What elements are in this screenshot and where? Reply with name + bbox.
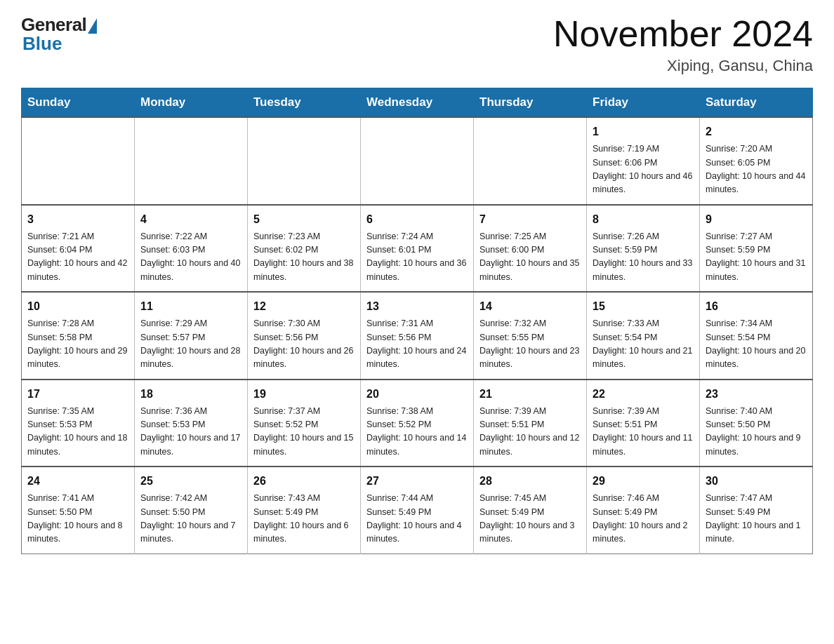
cell-info: Sunrise: 7:38 AMSunset: 5:52 PMDaylight:…	[366, 405, 468, 459]
weekday-header-saturday: Saturday	[700, 88, 813, 118]
day-number: 16	[706, 298, 807, 315]
cell-info: Sunrise: 7:45 AMSunset: 5:49 PMDaylight:…	[479, 492, 581, 546]
day-number: 17	[27, 386, 128, 403]
day-number: 3	[27, 211, 128, 228]
day-cell: 24Sunrise: 7:41 AMSunset: 5:50 PMDayligh…	[22, 467, 135, 554]
day-number: 23	[706, 386, 807, 403]
weekday-header-wednesday: Wednesday	[361, 88, 474, 118]
day-number: 28	[479, 473, 581, 490]
day-cell: 12Sunrise: 7:30 AMSunset: 5:56 PMDayligh…	[248, 292, 361, 380]
cell-info: Sunrise: 7:33 AMSunset: 5:54 PMDaylight:…	[593, 317, 694, 372]
day-cell: 9Sunrise: 7:27 AMSunset: 5:59 PMDaylight…	[700, 205, 813, 293]
cell-info: Sunrise: 7:37 AMSunset: 5:52 PMDaylight:…	[253, 405, 355, 459]
calendar-table: SundayMondayTuesdayWednesdayThursdayFrid…	[21, 88, 813, 554]
cell-info: Sunrise: 7:46 AMSunset: 5:49 PMDaylight:…	[593, 492, 694, 546]
cell-info: Sunrise: 7:30 AMSunset: 5:56 PMDaylight:…	[253, 317, 355, 372]
cell-info: Sunrise: 7:39 AMSunset: 5:51 PMDaylight:…	[479, 405, 581, 459]
cell-info: Sunrise: 7:43 AMSunset: 5:49 PMDaylight:…	[253, 492, 355, 546]
cell-info: Sunrise: 7:26 AMSunset: 5:59 PMDaylight:…	[593, 230, 694, 285]
day-number: 9	[706, 211, 807, 228]
week-row-1: 1Sunrise: 7:19 AMSunset: 6:06 PMDaylight…	[22, 117, 813, 205]
cell-info: Sunrise: 7:19 AMSunset: 6:06 PMDaylight:…	[593, 142, 694, 197]
logo-blue-text: Blue	[22, 33, 62, 55]
day-number: 5	[253, 211, 355, 228]
day-cell: 22Sunrise: 7:39 AMSunset: 5:51 PMDayligh…	[587, 380, 700, 467]
cell-info: Sunrise: 7:25 AMSunset: 6:00 PMDaylight:…	[479, 230, 581, 285]
day-number: 13	[366, 298, 468, 315]
day-cell: 21Sunrise: 7:39 AMSunset: 5:51 PMDayligh…	[474, 380, 587, 467]
day-cell: 4Sunrise: 7:22 AMSunset: 6:03 PMDaylight…	[135, 205, 248, 293]
cell-info: Sunrise: 7:32 AMSunset: 5:55 PMDaylight:…	[479, 317, 581, 372]
weekday-header-tuesday: Tuesday	[248, 88, 361, 118]
calendar-body: 1Sunrise: 7:19 AMSunset: 6:06 PMDaylight…	[22, 117, 813, 554]
day-cell: 28Sunrise: 7:45 AMSunset: 5:49 PMDayligh…	[474, 467, 587, 554]
day-cell: 30Sunrise: 7:47 AMSunset: 5:49 PMDayligh…	[700, 467, 813, 554]
day-cell: 27Sunrise: 7:44 AMSunset: 5:49 PMDayligh…	[361, 467, 474, 554]
weekday-header-friday: Friday	[587, 88, 700, 118]
day-number: 24	[27, 473, 128, 490]
day-number: 14	[479, 298, 581, 315]
day-number: 29	[593, 473, 694, 490]
day-number: 12	[253, 298, 355, 315]
cell-info: Sunrise: 7:31 AMSunset: 5:56 PMDaylight:…	[366, 317, 468, 372]
logo: General Blue	[21, 14, 97, 55]
day-number: 22	[593, 386, 694, 403]
day-cell: 15Sunrise: 7:33 AMSunset: 5:54 PMDayligh…	[587, 292, 700, 380]
cell-info: Sunrise: 7:36 AMSunset: 5:53 PMDaylight:…	[140, 405, 241, 459]
day-number: 19	[253, 386, 355, 403]
day-cell: 19Sunrise: 7:37 AMSunset: 5:52 PMDayligh…	[248, 380, 361, 467]
cell-info: Sunrise: 7:24 AMSunset: 6:01 PMDaylight:…	[366, 230, 468, 285]
day-cell	[22, 117, 135, 205]
day-number: 11	[140, 298, 241, 315]
day-number: 1	[593, 123, 694, 140]
day-cell: 7Sunrise: 7:25 AMSunset: 6:00 PMDaylight…	[474, 205, 587, 293]
week-row-3: 10Sunrise: 7:28 AMSunset: 5:58 PMDayligh…	[22, 292, 813, 380]
day-cell: 29Sunrise: 7:46 AMSunset: 5:49 PMDayligh…	[587, 467, 700, 554]
week-row-2: 3Sunrise: 7:21 AMSunset: 6:04 PMDaylight…	[22, 205, 813, 293]
day-cell: 11Sunrise: 7:29 AMSunset: 5:57 PMDayligh…	[135, 292, 248, 380]
day-cell: 1Sunrise: 7:19 AMSunset: 6:06 PMDaylight…	[587, 117, 700, 205]
day-number: 6	[366, 211, 468, 228]
week-row-4: 17Sunrise: 7:35 AMSunset: 5:53 PMDayligh…	[22, 380, 813, 467]
title-area: November 2024 Xiping, Gansu, China	[553, 14, 813, 75]
day-cell: 18Sunrise: 7:36 AMSunset: 5:53 PMDayligh…	[135, 380, 248, 467]
day-number: 18	[140, 386, 241, 403]
day-cell: 16Sunrise: 7:34 AMSunset: 5:54 PMDayligh…	[700, 292, 813, 380]
cell-info: Sunrise: 7:35 AMSunset: 5:53 PMDaylight:…	[27, 405, 128, 459]
day-cell	[361, 117, 474, 205]
week-row-5: 24Sunrise: 7:41 AMSunset: 5:50 PMDayligh…	[22, 467, 813, 554]
cell-info: Sunrise: 7:41 AMSunset: 5:50 PMDaylight:…	[27, 492, 128, 546]
day-number: 25	[140, 473, 241, 490]
cell-info: Sunrise: 7:28 AMSunset: 5:58 PMDaylight:…	[27, 317, 128, 372]
day-number: 10	[27, 298, 128, 315]
day-cell: 23Sunrise: 7:40 AMSunset: 5:50 PMDayligh…	[700, 380, 813, 467]
day-cell: 2Sunrise: 7:20 AMSunset: 6:05 PMDaylight…	[700, 117, 813, 205]
day-number: 27	[366, 473, 468, 490]
day-cell: 26Sunrise: 7:43 AMSunset: 5:49 PMDayligh…	[248, 467, 361, 554]
month-title: November 2024	[553, 14, 813, 54]
cell-info: Sunrise: 7:47 AMSunset: 5:49 PMDaylight:…	[706, 492, 807, 546]
day-cell	[135, 117, 248, 205]
day-cell: 3Sunrise: 7:21 AMSunset: 6:04 PMDaylight…	[22, 205, 135, 293]
day-cell: 5Sunrise: 7:23 AMSunset: 6:02 PMDaylight…	[248, 205, 361, 293]
weekday-header-sunday: Sunday	[22, 88, 135, 118]
cell-info: Sunrise: 7:20 AMSunset: 6:05 PMDaylight:…	[706, 142, 807, 197]
day-cell: 10Sunrise: 7:28 AMSunset: 5:58 PMDayligh…	[22, 292, 135, 380]
cell-info: Sunrise: 7:34 AMSunset: 5:54 PMDaylight:…	[706, 317, 807, 372]
day-cell: 14Sunrise: 7:32 AMSunset: 5:55 PMDayligh…	[474, 292, 587, 380]
page-header: General Blue November 2024 Xiping, Gansu…	[21, 14, 813, 75]
day-number: 26	[253, 473, 355, 490]
cell-info: Sunrise: 7:44 AMSunset: 5:49 PMDaylight:…	[366, 492, 468, 546]
day-number: 20	[366, 386, 468, 403]
location-text: Xiping, Gansu, China	[553, 57, 813, 75]
day-cell	[248, 117, 361, 205]
day-cell: 6Sunrise: 7:24 AMSunset: 6:01 PMDaylight…	[361, 205, 474, 293]
cell-info: Sunrise: 7:29 AMSunset: 5:57 PMDaylight:…	[140, 317, 241, 372]
day-cell: 20Sunrise: 7:38 AMSunset: 5:52 PMDayligh…	[361, 380, 474, 467]
day-cell: 17Sunrise: 7:35 AMSunset: 5:53 PMDayligh…	[22, 380, 135, 467]
day-number: 21	[479, 386, 581, 403]
cell-info: Sunrise: 7:42 AMSunset: 5:50 PMDaylight:…	[140, 492, 241, 546]
weekday-header-row: SundayMondayTuesdayWednesdayThursdayFrid…	[22, 88, 813, 118]
day-number: 8	[593, 211, 694, 228]
weekday-header-thursday: Thursday	[474, 88, 587, 118]
